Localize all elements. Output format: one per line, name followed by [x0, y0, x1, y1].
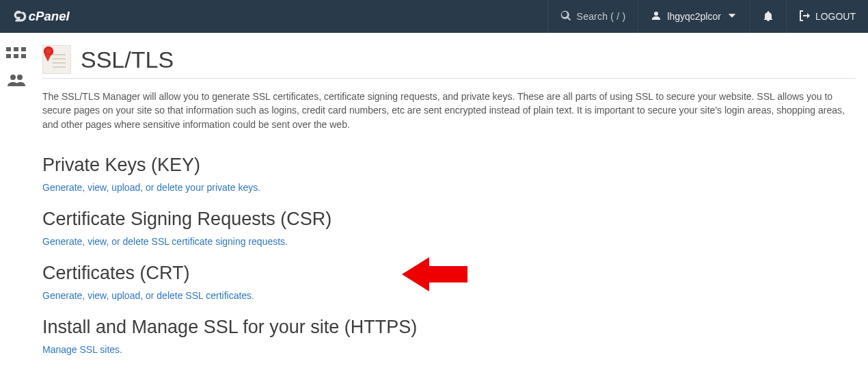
- link-csr[interactable]: Generate, view, or delete SSL certificat…: [42, 236, 288, 247]
- svg-text:cPanel: cPanel: [29, 9, 70, 23]
- logout-button[interactable]: LOGOUT: [786, 0, 868, 33]
- left-sidebar: [0, 33, 33, 373]
- link-private-keys[interactable]: Generate, view, upload, or delete your p…: [42, 182, 260, 193]
- search-placeholder: Search ( / ): [577, 11, 626, 22]
- svg-point-8: [17, 75, 23, 80]
- user-menu[interactable]: lhgyqc2plcor: [638, 0, 750, 33]
- bell-icon: [763, 10, 774, 23]
- page-title: SSL/TLS: [81, 47, 174, 73]
- ssl-certificate-icon: [42, 45, 71, 74]
- logout-label: LOGOUT: [815, 11, 856, 22]
- section-private-keys: Private Keys (KEY) Generate, view, uploa…: [42, 155, 856, 194]
- svg-rect-3: [21, 47, 26, 51]
- page-header: SSL/TLS: [42, 45, 856, 79]
- notifications-button[interactable]: [750, 0, 786, 33]
- search-box[interactable]: Search ( / ): [547, 0, 638, 33]
- svg-marker-9: [402, 257, 467, 291]
- annotation-arrow-left-icon: [402, 256, 467, 293]
- svg-rect-5: [14, 54, 18, 58]
- section-heading: Certificate Signing Requests (CSR): [42, 209, 856, 230]
- section-heading: Install and Manage SSL for your site (HT…: [42, 317, 856, 338]
- section-heading: Private Keys (KEY): [42, 155, 856, 176]
- svg-rect-2: [14, 47, 18, 51]
- svg-point-7: [10, 75, 16, 80]
- link-manage-ssl[interactable]: Manage SSL sites.: [42, 344, 122, 355]
- page-description: The SSL/TLS Manager will allow you to ge…: [42, 90, 854, 131]
- link-crt[interactable]: Generate, view, upload, or delete SSL ce…: [42, 290, 254, 301]
- users-icon[interactable]: [6, 73, 27, 88]
- svg-rect-4: [6, 54, 11, 58]
- chevron-down-icon: [727, 10, 737, 23]
- username: lhgyqc2plcor: [667, 11, 721, 22]
- search-icon: [560, 10, 571, 23]
- svg-rect-1: [6, 47, 11, 51]
- logout-icon: [799, 10, 810, 23]
- section-install-ssl: Install and Manage SSL for your site (HT…: [42, 317, 856, 356]
- apps-grid-icon[interactable]: [6, 45, 27, 60]
- svg-rect-6: [21, 54, 26, 58]
- user-icon: [651, 10, 662, 23]
- section-csr: Certificate Signing Requests (CSR) Gener…: [42, 209, 856, 248]
- cpanel-logo[interactable]: cPanel: [0, 9, 94, 24]
- top-navbar: cPanel Search ( / ) lhgyqc2plcor LOGOUT: [0, 0, 868, 33]
- main-content: SSL/TLS The SSL/TLS Manager will allow y…: [33, 33, 868, 373]
